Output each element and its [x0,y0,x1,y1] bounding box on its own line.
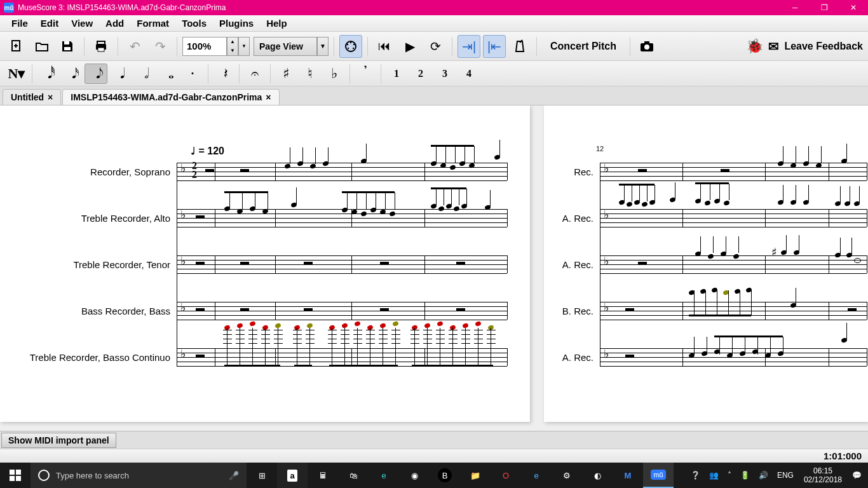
concert-pitch-button[interactable]: Concert Pitch [542,36,625,57]
tab-label: Untitled [11,92,44,102]
mic-icon[interactable]: 🎤 [229,471,239,480]
score-page-2: 12 Rec.♭A. Rec.♭A. Rec.♭♯B. Rec.♭A. Rec.… [544,105,868,422]
toolbar-separator [630,37,630,56]
tray-chevron-icon[interactable]: ˄ [724,463,735,488]
zoom-input[interactable] [182,37,227,56]
maximize-button[interactable]: ❐ [810,0,839,15]
taskbar-pinned: ⊞ a 🖩 🛍 e ◉ B 📁 O e ⚙ ◐ M mŭ [247,463,674,488]
duration-whole-button[interactable]: 𝅝 [157,64,180,84]
menu-help[interactable]: Help [260,17,294,30]
save-button[interactable] [56,35,79,58]
ie-icon[interactable]: e [521,463,552,488]
main-toolbar: ↶ ↷ ▲▼ ▼ Page View ▼ ⏮ ▶ ⟳ ⇥| |⇤ Concert… [0,32,868,61]
app-b-icon[interactable]: B [430,463,460,488]
tab-close-icon[interactable]: × [266,92,271,102]
view-mode-combo[interactable]: Page View ▼ [254,37,329,56]
rest-button[interactable]: 𝄽 [212,64,235,84]
play-button[interactable]: ▶ [398,35,421,58]
voice-2-button[interactable]: 2 [409,64,432,84]
minimize-button[interactable]: ─ [780,0,810,15]
close-button[interactable]: ✕ [839,0,868,15]
duration-dot-button[interactable]: · [181,64,204,84]
zoom-dropdown[interactable]: ▼ [238,37,250,56]
menu-view[interactable]: View [65,17,99,30]
menu-format[interactable]: Format [130,17,175,30]
sharp-button[interactable]: ♯ [275,64,297,84]
tie-button[interactable]: 𝄐 [243,64,266,84]
show-midi-panel-button[interactable]: Show MIDI import panel [1,433,116,448]
media-icon[interactable]: ◐ [582,463,613,488]
screenshot-button[interactable] [635,35,658,58]
view-mode-dropdown[interactable]: ▼ [317,37,329,56]
natural-button[interactable]: ♮ [299,64,322,84]
start-button[interactable] [0,463,31,488]
voice-1-button[interactable]: 1 [385,64,408,84]
chrome-icon[interactable]: ◉ [399,463,430,488]
loop-button[interactable]: ⟳ [424,35,447,58]
view-mode-label[interactable]: Page View [254,37,317,56]
system-tray: ❔ 👥 ˄ 🔋 🔊 ENG 06:1502/12/2018 💬 [684,463,868,488]
settings-icon[interactable]: ⚙ [552,463,582,488]
amazon-icon[interactable]: a [277,463,308,488]
tray-people-icon[interactable]: 👥 [705,463,722,488]
menu-tools[interactable]: Tools [175,17,213,30]
tab-close-icon[interactable]: × [48,92,53,102]
undo-button[interactable]: ↶ [123,35,146,58]
metronome-button[interactable] [508,35,531,58]
open-button[interactable] [31,35,53,58]
bug-icon[interactable]: 🐞 [746,38,763,55]
tray-clock[interactable]: 06:1502/12/2018 [799,466,847,485]
voice-4-button[interactable]: 4 [458,64,480,84]
malwarebytes-icon[interactable]: M [613,463,643,488]
new-button[interactable] [5,35,28,58]
zoom-spinner[interactable]: ▲▼ [227,37,238,56]
flip-button[interactable]: 𝄒 [354,64,377,84]
flat-button[interactable]: ♭ [323,64,346,84]
svg-rect-7 [98,48,104,51]
musescore-taskbar-icon[interactable]: mŭ [643,463,674,488]
rewind-button[interactable]: ⏮ [373,35,396,58]
tray-battery-icon[interactable]: 🔋 [736,463,754,488]
zoom-combo[interactable]: ▲▼ ▼ [182,37,250,56]
redo-button[interactable]: ↷ [149,35,172,58]
midi-import-bar: Show MIDI import panel [0,431,868,449]
tempo-marking[interactable]: ♩ = 120 [191,145,224,157]
loop-out-button[interactable]: |⇤ [483,35,506,58]
tab-canzon-prima[interactable]: IMSLP154463-WIMA.ad7d-Gabr-CanzonPrima × [62,89,279,105]
toolbar-separator [334,37,334,56]
tray-notifications-icon[interactable]: 💬 [848,463,865,488]
duration-half-button[interactable]: 𝅗𝅥 [133,64,156,84]
duration-8th-button[interactable]: 𝅘𝅥𝅮 [85,64,107,84]
menu-edit[interactable]: Edit [34,17,65,30]
loop-in-button[interactable]: ⇥| [458,35,480,58]
leave-feedback-button[interactable]: Leave Feedback [784,41,863,52]
voice-3-button[interactable]: 3 [433,64,456,84]
taskbar-search[interactable]: Type here to search 🎤 [31,463,247,488]
explorer-icon[interactable]: 📁 [460,463,491,488]
menu-file[interactable]: File [5,17,34,30]
svg-rect-20 [10,476,15,481]
playback-position: 1:01:000 [824,451,862,461]
duration-16th-button[interactable]: 𝅘𝅥𝅯 [60,64,83,84]
duration-quarter-button[interactable]: 𝅘𝅥 [109,64,132,84]
tray-volume-icon[interactable]: 🔊 [755,463,772,488]
toolbar-separator [239,64,240,83]
mail-icon[interactable]: ✉ [768,39,779,54]
midi-input-button[interactable] [339,35,362,58]
svg-rect-5 [97,41,105,44]
print-button[interactable] [90,35,112,58]
tray-language[interactable]: ENG [773,463,797,488]
duration-32nd-button[interactable]: 𝅘𝅥𝅰 [36,64,59,84]
tab-untitled[interactable]: Untitled × [3,89,61,105]
tempo-note-icon: ♩ [191,146,196,156]
task-view-icon[interactable]: ⊞ [247,463,277,488]
note-input-mode-button[interactable]: N▾ [5,64,28,84]
menu-add[interactable]: Add [99,17,130,30]
tray-help-icon[interactable]: ❔ [687,463,704,488]
opera-icon[interactable]: O [491,463,521,488]
score-view[interactable]: ♩ = 120 Recorder, Soprano♭22Treble Recor… [0,105,868,431]
calculator-icon[interactable]: 🖩 [308,463,338,488]
store-icon[interactable]: 🛍 [338,463,369,488]
edge-icon[interactable]: e [369,463,399,488]
menu-plugins[interactable]: Plugins [213,17,260,30]
